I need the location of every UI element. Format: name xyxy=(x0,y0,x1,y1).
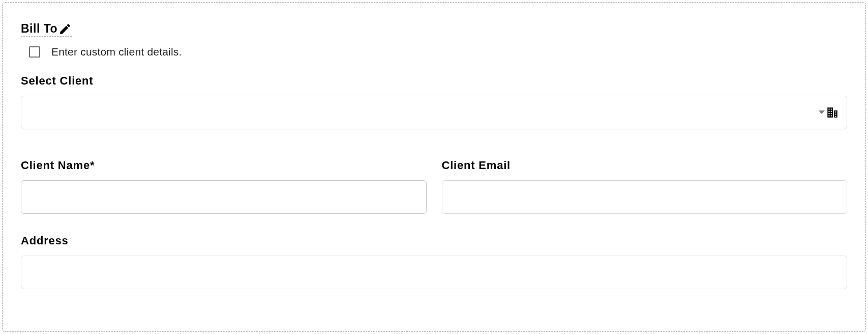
required-indicator: * xyxy=(90,159,95,172)
select-client-wrap xyxy=(21,96,847,129)
custom-client-checkbox-row: Enter custom client details. xyxy=(29,46,847,58)
bill-to-panel: Bill To Enter custom client details. Sel… xyxy=(2,2,866,332)
address-label: Address xyxy=(21,234,847,247)
select-client-label: Select Client xyxy=(21,74,847,88)
name-email-row: Client Name* Client Email xyxy=(21,159,847,214)
address-row: Address xyxy=(21,234,847,289)
client-name-input[interactable] xyxy=(21,180,427,214)
client-name-label: Client Name* xyxy=(21,159,427,172)
address-input[interactable] xyxy=(21,256,847,289)
client-email-label: Client Email xyxy=(442,159,848,172)
client-name-label-text: Client Name xyxy=(21,159,90,172)
bill-to-heading-row: Bill To xyxy=(21,22,72,37)
client-email-input[interactable] xyxy=(442,180,848,214)
edit-icon[interactable] xyxy=(58,22,72,36)
select-client-input[interactable] xyxy=(21,96,847,129)
client-email-col: Client Email xyxy=(442,159,848,214)
bill-to-heading: Bill To xyxy=(21,22,57,36)
custom-client-checkbox-label: Enter custom client details. xyxy=(51,46,182,58)
client-name-col: Client Name* xyxy=(21,159,427,214)
custom-client-checkbox[interactable] xyxy=(29,46,40,58)
